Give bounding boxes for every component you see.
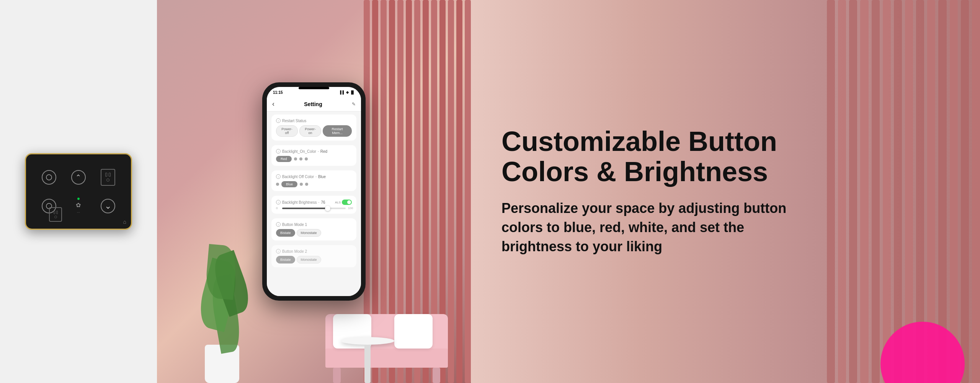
color-dot-6 bbox=[305, 183, 308, 186]
btn-outlet-2 bbox=[49, 207, 62, 222]
button-mode-1-section: i Button Mode 1 Bistate Monostate bbox=[271, 218, 356, 241]
restart-mem-btn[interactable]: Restart Mem... bbox=[323, 125, 352, 137]
right-panel: Customizable Button Colors & Brightness … bbox=[471, 0, 980, 383]
monostate-btn-2[interactable]: Monostate bbox=[297, 256, 321, 264]
table-decoration bbox=[341, 322, 394, 383]
slider-fill bbox=[282, 208, 330, 209]
backlight-off-color-section: i Backlight Off Color · Blue Blue bbox=[271, 170, 356, 191]
backlight-brightness-section: i Backlight Brightness · 76 ALS bbox=[271, 196, 356, 214]
als-toggle: ALS bbox=[335, 200, 352, 205]
status-dot-green bbox=[77, 198, 80, 200]
color-name-red: Red bbox=[320, 149, 327, 154]
backlight-on-color-section: i Backlight_On_Color · Red Red bbox=[271, 145, 356, 166]
phone-screen: 11:15 ▌▌ ◈ ▐▌ ‹ Setting ✎ i Re bbox=[267, 87, 361, 296]
brightness-slider[interactable] bbox=[282, 208, 346, 209]
screen-title: Setting bbox=[304, 101, 322, 107]
info-icon-3: i bbox=[276, 174, 281, 179]
battery-icon: ▐▌ bbox=[350, 90, 355, 94]
btn-up-arrow bbox=[71, 170, 86, 185]
home-icon: ⌂ bbox=[123, 219, 126, 225]
svg-point-0 bbox=[46, 175, 52, 180]
btn-circle-1 bbox=[42, 170, 56, 185]
plant-decoration bbox=[188, 192, 256, 383]
als-label: ALS bbox=[335, 201, 341, 204]
backlight-off-label: i Backlight Off Color · Blue bbox=[276, 174, 352, 179]
color-dot-3 bbox=[305, 157, 308, 160]
restart-status-label: i Restart Status bbox=[276, 118, 352, 123]
blue-color-selector: Blue bbox=[276, 181, 352, 187]
signal-icon: ▌▌ bbox=[340, 90, 345, 94]
als-switch[interactable] bbox=[342, 200, 352, 205]
slider-min: 0 bbox=[276, 206, 280, 210]
brightness-row: i Backlight Brightness · 76 ALS bbox=[276, 200, 352, 205]
restart-status-section: i Restart Status Power-off Power-on Rest… bbox=[271, 115, 356, 141]
phone-header: ‹ Setting ✎ bbox=[267, 98, 361, 111]
button-mode-1-options: Bistate Monostate bbox=[276, 229, 352, 237]
left-panel: ✿ ··· ⌂ bbox=[0, 0, 157, 383]
wifi-icon: ◈ bbox=[346, 90, 349, 94]
brightness-label: i Backlight Brightness · 76 bbox=[276, 200, 325, 205]
power-off-btn[interactable]: Power-off bbox=[276, 125, 298, 137]
brightness-value: 76 bbox=[321, 200, 325, 205]
color-dot-4 bbox=[276, 183, 279, 186]
edit-button[interactable]: ✎ bbox=[352, 101, 356, 107]
back-button[interactable]: ‹ bbox=[272, 100, 274, 108]
middle-panel: 11:15 ▌▌ ◈ ▐▌ ‹ Setting ✎ i Re bbox=[157, 0, 471, 383]
btn-outlet-1 bbox=[101, 169, 115, 186]
status-right: ▌▌ ◈ ▐▌ bbox=[340, 90, 355, 94]
headline-line2: Colors & Brightness bbox=[501, 156, 768, 187]
device-buttons: ✿ ··· bbox=[33, 161, 124, 222]
device-frame: ✿ ··· ⌂ bbox=[25, 153, 132, 230]
info-icon-2: i bbox=[276, 149, 281, 154]
dots-small: ··· bbox=[77, 210, 80, 214]
color-name-blue: Blue bbox=[318, 175, 326, 179]
button-mode-2-section: i Button Mode 2 Bistate Monostate bbox=[271, 245, 356, 267]
fan-icon: ✿ bbox=[76, 201, 81, 209]
bistate-btn-2[interactable]: Bistate bbox=[276, 256, 295, 264]
restart-options: Power-off Power-on Restart Mem... bbox=[276, 125, 352, 137]
status-time: 11:15 bbox=[273, 90, 283, 95]
right-stripes bbox=[827, 0, 980, 383]
phone-content: i Restart Status Power-off Power-on Rest… bbox=[267, 111, 361, 296]
toggle-knob bbox=[347, 200, 351, 204]
button-mode-2-options: Bistate Monostate bbox=[276, 256, 352, 264]
button-mode-1-label: i Button Mode 1 bbox=[276, 222, 352, 227]
backlight-on-label: i Backlight_On_Color · Red bbox=[276, 149, 352, 154]
main-headline: Customizable Button Colors & Brightness bbox=[501, 126, 942, 187]
power-on-btn[interactable]: Power-on bbox=[299, 125, 321, 137]
color-dot-1 bbox=[294, 157, 297, 160]
off-color-sep: · bbox=[315, 175, 317, 179]
subheadline: Personalize your space by adjusting butt… bbox=[501, 199, 800, 257]
info-icon-5: i bbox=[276, 222, 281, 227]
headline-line1: Customizable Button bbox=[501, 126, 777, 157]
color-dot-2 bbox=[299, 157, 302, 160]
phone-mockup: 11:15 ▌▌ ◈ ▐▌ ‹ Setting ✎ i Re bbox=[262, 82, 366, 301]
info-icon-6: i bbox=[276, 249, 281, 254]
brightness-slider-row: 0 100 bbox=[276, 206, 352, 210]
red-color-selector: Red bbox=[276, 156, 352, 162]
color-value-red: · bbox=[318, 149, 319, 154]
slider-max: 100 bbox=[348, 206, 352, 210]
red-color-btn[interactable]: Red bbox=[276, 156, 292, 162]
info-icon: i bbox=[276, 118, 281, 123]
bistate-btn-1[interactable]: Bistate bbox=[276, 229, 295, 237]
center-icons: ✿ ··· bbox=[76, 198, 81, 214]
btn-down-arrow bbox=[101, 199, 115, 213]
info-icon-4: i bbox=[276, 200, 281, 205]
color-dot-5 bbox=[300, 183, 303, 186]
monostate-btn-1[interactable]: Monostate bbox=[297, 229, 321, 237]
brightness-sep: · bbox=[318, 200, 320, 205]
button-mode-2-label: i Button Mode 2 bbox=[276, 249, 352, 254]
blue-color-btn[interactable]: Blue bbox=[281, 181, 297, 187]
slider-thumb bbox=[325, 206, 330, 211]
